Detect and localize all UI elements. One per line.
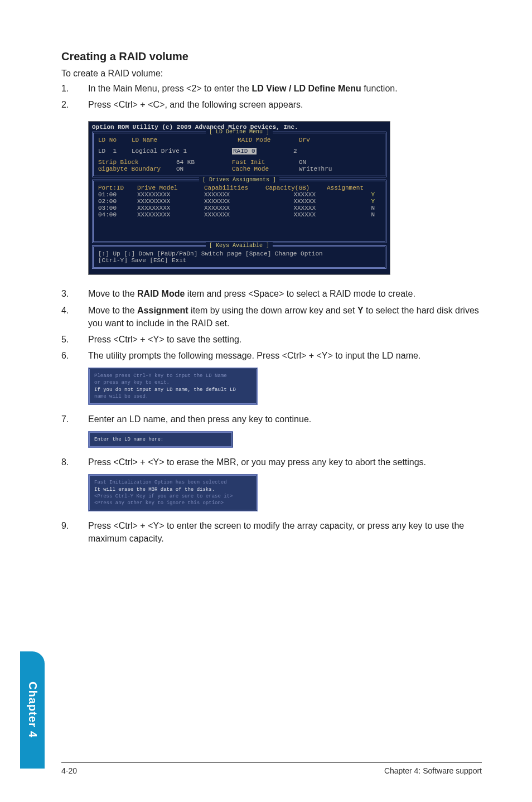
step-6: 6. The utility prompts the following mes… xyxy=(61,349,482,362)
step-text: In the Main Menu, press <2> to enter the xyxy=(88,84,252,93)
cell: XXXXXXXXX xyxy=(137,205,204,211)
step-number: 5. xyxy=(61,333,88,346)
field-value: ON xyxy=(176,166,232,172)
cell: XXXXXXXXX xyxy=(137,191,204,198)
step-9: 9. Press <Ctrl> + <Y> to enter the scree… xyxy=(61,519,482,545)
field-label: Strip Block xyxy=(98,159,176,166)
field-value: ON xyxy=(299,159,306,166)
step-bold: Y xyxy=(357,306,364,315)
terminal-line: Please press Ctrl-Y key to input the LD … xyxy=(94,373,252,379)
cell: Logical Drive 1 xyxy=(132,148,232,154)
cell: XXXXXX xyxy=(265,198,327,205)
terminal-line: It will erase the MBR data of the disks. xyxy=(94,486,252,493)
bios-keys-available: [ Keys Available ] [↑] Up [↓] Down [PaUp… xyxy=(92,245,386,269)
section-title: Creating a RAID volume xyxy=(61,50,482,63)
cell: 2 xyxy=(293,148,297,154)
step-text: Press <Ctrl> + <C>, and the following sc… xyxy=(88,98,482,111)
table-row: 02:00XXXXXXXXXXXXXXXXXXXXXXY xyxy=(98,198,380,205)
step-text: function. xyxy=(361,84,398,93)
field-value: WriteThru xyxy=(299,166,332,172)
bios-ld-define-menu: [ LD Define Menu ] LD No LD Name RAID Mo… xyxy=(92,132,386,177)
cell: XXXXXXXXX xyxy=(137,211,204,218)
field-value: 64 KB xyxy=(176,159,232,166)
step-bold: Assignment xyxy=(137,306,188,315)
step-number: 4. xyxy=(61,304,88,330)
step-8: 8. Press <Ctrl> + <Y> to erase the MBR, … xyxy=(61,456,482,468)
step-number: 2. xyxy=(61,98,88,111)
col-header: Capabilities xyxy=(204,185,265,191)
cell: XXXXXX xyxy=(265,211,327,218)
page-footer: 4-20 Chapter 4: Software support xyxy=(61,762,482,775)
step-bold: RAID Mode xyxy=(137,289,185,298)
step-text: The utility prompts the following messag… xyxy=(88,349,482,362)
col-header: Drive Model xyxy=(137,185,204,191)
terminal-fast-init: Fast Initialization Option has been sele… xyxy=(88,474,258,511)
step-number: 6. xyxy=(61,349,88,362)
step-1: 1. In the Main Menu, press <2> to enter … xyxy=(61,82,482,95)
chapter-label: Chapter 4 xyxy=(26,682,39,738)
cell: 03:00 xyxy=(98,205,137,211)
field-label: Fast Init xyxy=(232,159,299,166)
step-text: Eenter an LD name, and then press any ke… xyxy=(88,413,482,426)
intro-text: To create a RAID volume: xyxy=(61,69,482,79)
bios-screenshot: Option ROM Utility (c) 2009 Advanced Mic… xyxy=(88,121,390,275)
step-text: item by using the down arrow key and set xyxy=(188,306,357,315)
assignment-cell: N xyxy=(327,211,380,218)
assignment-cell: Y xyxy=(327,191,380,198)
bios-box-caption: [ Keys Available ] xyxy=(206,243,273,249)
col-header: RAID Mode xyxy=(238,137,299,143)
field-label: Gigabyte Boundary xyxy=(98,166,176,172)
table-row: 04:00XXXXXXXXXXXXXXXXXXXXXXN xyxy=(98,211,380,218)
step-number: 1. xyxy=(61,82,88,95)
cell: 04:00 xyxy=(98,211,137,218)
table-row: 03:00XXXXXXXXXXXXXXXXXXXXXXN xyxy=(98,205,380,211)
field-label: Cache Mode xyxy=(232,166,299,172)
col-header: Port:ID xyxy=(98,185,137,191)
col-header: LD No xyxy=(98,137,132,143)
assignment-cell: N xyxy=(327,205,380,211)
page-number: 4-20 xyxy=(61,766,77,775)
terminal-prompt-ldname: Please press Ctrl-Y key to input the LD … xyxy=(88,368,258,405)
key-hint: [↑] Up [↓] Down [PaUp/PaDn] Switch page … xyxy=(98,250,380,257)
step-number: 3. xyxy=(61,287,88,300)
cell: 02:00 xyxy=(98,198,137,205)
assignment-cell: Y xyxy=(327,198,380,205)
step-text: Press <Ctrl> + <Y> to erase the MBR, or … xyxy=(88,456,482,468)
step-text: Press <Ctrl> + <Y> to save the setting. xyxy=(88,333,482,346)
step-7: 7. Eenter an LD name, and then press any… xyxy=(61,413,482,426)
terminal-line: Fast Initialization Option has been sele… xyxy=(94,479,252,486)
step-2: 2. Press <Ctrl> + <C>, and the following… xyxy=(61,98,482,111)
cell: XXXXXX xyxy=(265,191,327,198)
cell: XXXXXXX xyxy=(204,211,265,218)
col-header: Assignment xyxy=(327,185,364,191)
terminal-line: <Press any other key to ignore this opti… xyxy=(94,500,252,506)
cell: XXXXXXXXX xyxy=(137,198,204,205)
step-number: 7. xyxy=(61,413,88,426)
cell: XXXXXXX xyxy=(204,205,265,211)
step-text: item and press <Space> to select a RAID … xyxy=(185,289,415,298)
raid-mode-value: RAID 0 xyxy=(232,148,257,154)
step-bold: LD View / LD Define Menu xyxy=(252,84,361,93)
terminal-line: If you do not input any LD name, the def… xyxy=(94,386,252,393)
bios-box-caption: [ LD Define Menu ] xyxy=(206,129,273,135)
step-5: 5. Press <Ctrl> + <Y> to save the settin… xyxy=(61,333,482,346)
terminal-line: name will be used. xyxy=(94,393,252,400)
step-number: 8. xyxy=(61,456,88,468)
bios-drives-assignments: [ Drives Assignments ] Port:ID Drive Mod… xyxy=(92,180,386,243)
step-text: Move to the xyxy=(88,306,137,315)
table-row: 01:00XXXXXXXXXXXXXXXXXXXXXXY xyxy=(98,191,380,198)
step-text: Move to the xyxy=(88,289,137,298)
step-number: 9. xyxy=(61,519,88,545)
terminal-line: <Press Ctrl-Y Key if you are sure to era… xyxy=(94,493,252,500)
cell: 01:00 xyxy=(98,191,137,198)
step-3: 3. Move to the RAID Mode item and press … xyxy=(61,287,482,300)
terminal-line: Enter the LD name here: xyxy=(94,436,227,443)
terminal-enter-ldname: Enter the LD name here: xyxy=(88,431,233,448)
step-text: Press <Ctrl> + <Y> to enter the screen t… xyxy=(88,519,482,545)
cell: XXXXXXX xyxy=(204,191,265,198)
cell: XXXXXXX xyxy=(204,198,265,205)
cell: XXXXXX xyxy=(265,205,327,211)
footer-chapter: Chapter 4: Software support xyxy=(384,766,482,775)
col-header: Drv xyxy=(299,137,310,143)
key-hint: [Ctrl-Y] Save [ESC] Exit xyxy=(98,257,380,264)
